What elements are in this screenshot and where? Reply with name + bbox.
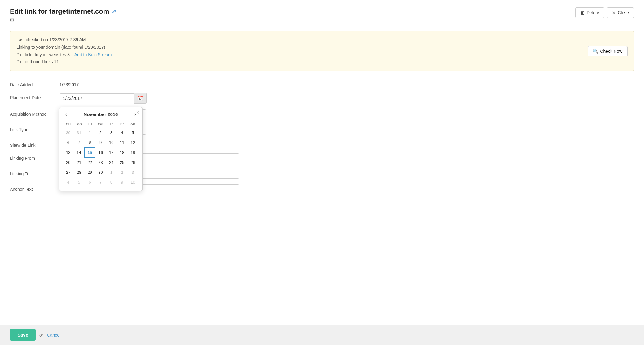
calendar-day[interactable]: 6 [84,177,95,187]
add-to-buzzstream-link[interactable]: Add to BuzzStream [74,52,112,57]
calendar-day[interactable]: 10 [127,177,138,187]
email-icon[interactable]: ✉ [10,17,116,24]
calendar-day[interactable]: 31 [74,128,85,137]
date-added-row: Date Added 1/23/2017 [10,80,634,87]
linking-domain-text: Linking to your domain (date found 1/23/… [16,44,112,51]
linking-to-label: Linking To [10,169,60,176]
calendar-day[interactable]: 9 [95,137,106,147]
calendar-day[interactable]: 27 [63,167,74,177]
calendar-month-year: November 2016 [84,112,118,117]
calendar-grid: Su Mo Tu We Th Fr Sa 3031123456789101112… [63,121,139,187]
close-button[interactable]: ✕ Close [607,7,634,18]
calendar-day[interactable]: 28 [74,167,85,177]
date-added-label: Date Added [10,80,60,87]
close-icon: ✕ [612,10,616,15]
calendar-day[interactable]: 1 [84,128,95,137]
cal-header-we: We [95,121,106,128]
calendar-header: ‹ November 2016 › [63,111,139,118]
calendar-day[interactable]: 1 [106,167,117,177]
calendar-day[interactable]: 5 [127,128,138,137]
placement-date-row: Placement Date 📅 [10,93,634,104]
calendar-close-button[interactable]: × [136,110,139,115]
calendar-day[interactable]: 18 [117,147,128,157]
or-text: or [39,333,43,338]
link-type-label: Link Type [10,125,60,132]
calendar-day[interactable]: 7 [74,137,85,147]
calendar-day[interactable]: 9 [117,177,128,187]
calendar-day[interactable]: 8 [84,137,95,147]
acquisition-method-label: Acquisition Method [10,109,60,117]
cal-header-tu: Tu [84,121,95,128]
info-banner-text: Last checked on 1/23/2017 7:39 AM Linkin… [16,36,112,66]
placement-date-label: Placement Date [10,93,60,100]
calendar-day[interactable]: 8 [106,177,117,187]
form-footer: Save or Cancel [0,325,644,345]
calendar-toggle-button[interactable]: 📅 [134,93,147,104]
linking-from-label: Linking From [10,153,60,161]
calendar-prev-button[interactable]: ‹ [64,111,68,118]
calendar-day[interactable]: 13 [63,147,74,157]
calendar-day[interactable]: 5 [74,177,85,187]
calendar-day[interactable]: 10 [106,137,117,147]
calendar-day[interactable]: 26 [127,157,138,167]
placement-date-wrapper: 📅 [60,93,147,104]
edit-link-form: Date Added 1/23/2017 Placement Date 📅 × … [10,80,634,194]
calendar-popup: × ‹ November 2016 › Su Mo Tu We Th Fr Sa [59,107,143,191]
last-checked-text: Last checked on 1/23/2017 7:39 AM [16,36,112,44]
calendar-day[interactable]: 30 [95,167,106,177]
date-added-value: 1/23/2017 [60,80,79,87]
links-count-text: # of links to your websites 3 Add to Buz… [16,51,112,59]
header-buttons: 🗑 Delete ✕ Close [575,7,634,18]
calendar-day[interactable]: 6 [63,137,74,147]
calendar-day[interactable]: 15 [84,147,95,157]
cal-header-th: Th [106,121,117,128]
calendar-day[interactable]: 20 [63,157,74,167]
placement-date-input[interactable] [60,93,134,103]
external-link-icon[interactable]: ↗ [112,8,116,15]
calendar-day[interactable]: 21 [74,157,85,167]
anchor-text-label: Anchor Text [10,184,60,192]
calendar-day[interactable]: 17 [106,147,117,157]
calendar-day[interactable]: 4 [63,177,74,187]
cal-header-su: Su [63,121,74,128]
calendar-day[interactable]: 7 [95,177,106,187]
calendar-day[interactable]: 22 [84,157,95,167]
info-banner: Last checked on 1/23/2017 7:39 AM Linkin… [10,31,634,71]
calendar-day[interactable]: 30 [63,128,74,137]
delete-icon: 🗑 [580,10,585,15]
calendar-day[interactable]: 3 [127,167,138,177]
calendar-day[interactable]: 25 [117,157,128,167]
check-now-button[interactable]: 🔍 Check Now [588,46,628,56]
calendar-day[interactable]: 2 [95,128,106,137]
calendar-day[interactable]: 12 [127,137,138,147]
cal-header-sa: Sa [127,121,138,128]
cal-header-fr: Fr [117,121,128,128]
page-title: Edit link for targetinternet.com ↗ [10,7,116,16]
cal-header-mo: Mo [74,121,85,128]
save-button[interactable]: Save [10,329,36,341]
outbound-links-text: # of outbound links 11 [16,58,112,66]
calendar-day[interactable]: 16 [95,147,106,157]
sitewide-link-label: Sitewide Link [10,140,60,148]
search-icon: 🔍 [593,49,598,54]
calendar-day[interactable]: 24 [106,157,117,167]
calendar-day[interactable]: 19 [127,147,138,157]
calendar-day[interactable]: 14 [74,147,85,157]
calendar-day[interactable]: 4 [117,128,128,137]
calendar-day[interactable]: 3 [106,128,117,137]
calendar-day[interactable]: 29 [84,167,95,177]
cancel-button[interactable]: Cancel [47,333,61,338]
calendar-day[interactable]: 11 [117,137,128,147]
calendar-day[interactable]: 2 [117,167,128,177]
calendar-day[interactable]: 23 [95,157,106,167]
delete-button[interactable]: 🗑 Delete [575,7,604,18]
